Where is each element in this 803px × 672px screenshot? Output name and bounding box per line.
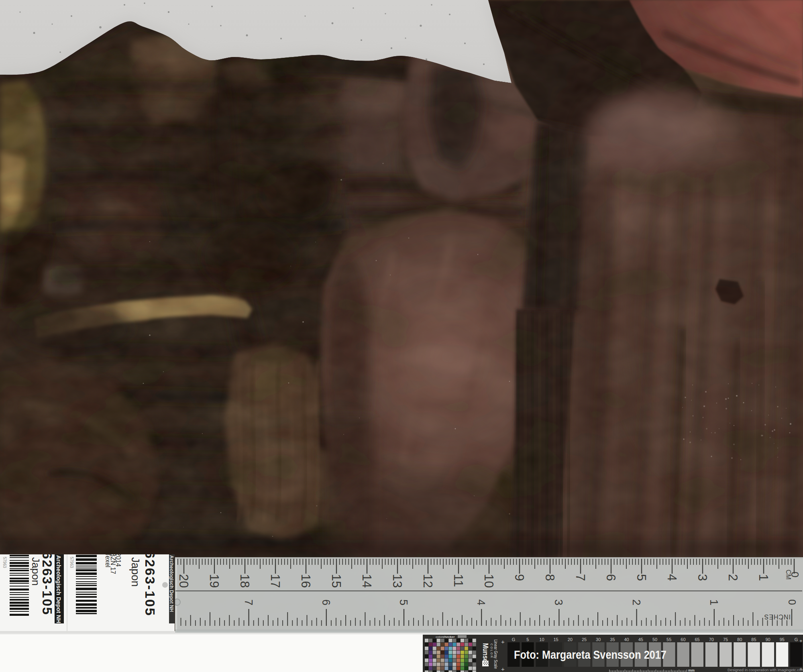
svg-text:90: 90 [765,637,770,642]
svg-text:G: G [795,637,798,642]
svg-text:75: 75 [723,637,728,642]
svg-text:17: 17 [268,574,282,588]
svg-text:5: 5 [634,574,648,581]
svg-text:8: 8 [543,574,557,581]
svg-text:57963: 57963 [2,557,7,568]
svg-text:Designed in cooperation with i: Designed in cooperation with imagingetc.… [728,668,803,672]
svg-text:6: 6 [604,574,618,581]
svg-text:6263-105: 6263-105 [143,551,158,617]
svg-text:30: 30 [596,637,601,642]
svg-text:85: 85 [751,637,756,642]
svg-text:colorchecker: colorchecker [436,635,455,639]
svg-text:35: 35 [610,637,615,642]
svg-text:65: 65 [695,637,699,642]
svg-text:12: 12 [421,574,435,588]
svg-text:16: 16 [299,574,313,588]
svg-text:6263-105: 6263-105 [40,552,55,615]
svg-text:mm: mm [688,668,695,672]
svg-text:4: 4 [475,599,487,605]
svg-text:20: 20 [568,637,573,642]
svg-text:0: 0 [787,599,798,605]
svg-text:3: 3 [695,574,709,581]
svg-text:7: 7 [243,599,255,605]
svg-text:2014: 2014 [115,552,122,567]
svg-text:13: 13 [390,574,404,588]
svg-text:40: 40 [624,637,629,642]
svg-text:INCHES: INCHES [764,613,791,620]
svg-text:2: 2 [630,599,642,605]
svg-text:CM: CM [785,570,792,580]
svg-text:50: 50 [652,637,657,642]
svg-text:14: 14 [360,574,374,588]
svg-text:5: 5 [526,637,529,642]
svg-text:25: 25 [582,637,587,642]
svg-text:70: 70 [709,637,714,642]
svg-text:9: 9 [512,574,526,581]
svg-text:2: 2 [726,574,740,581]
svg-text:1: 1 [756,574,770,581]
svg-text:15: 15 [329,574,343,588]
svg-text:18: 18 [238,574,252,588]
svg-text:Linear Gray Scale: Linear Gray Scale [493,639,498,669]
svg-text:60: 60 [681,637,685,642]
svg-text:10: 10 [482,574,496,588]
svg-text:5: 5 [397,599,410,605]
svg-text:+: + [501,638,505,645]
svg-text:15: 15 [553,637,558,642]
svg-text:55: 55 [666,637,671,642]
svg-text:G: G [512,637,516,642]
svg-text:45: 45 [638,637,643,642]
svg-text:19: 19 [207,574,221,588]
svg-text:80: 80 [737,637,742,642]
svg-text:20: 20 [177,574,191,588]
svg-text:Foto: Margareta Svensson 2017: Foto: Margareta Svensson 2017 [514,648,666,662]
svg-text:3: 3 [552,599,565,605]
svg-text:+: + [501,666,505,672]
svg-text:4: 4 [665,574,679,581]
svg-text:11: 11 [451,574,465,587]
svg-text:COLOR: COLOR [490,643,494,659]
svg-text:Archeologisch Depot NH: Archeologisch Depot NH [55,555,62,623]
svg-text:57963: 57963 [69,557,74,568]
svg-text:1: 1 [708,599,720,605]
svg-text:Archeologisch Depot NH: Archeologisch Depot NH [169,555,174,612]
svg-text:10: 10 [539,637,544,642]
svg-text:95: 95 [780,637,785,642]
svg-text:Japon: Japon [129,557,141,587]
svg-text:6: 6 [320,599,332,605]
svg-text:7: 7 [573,574,587,581]
